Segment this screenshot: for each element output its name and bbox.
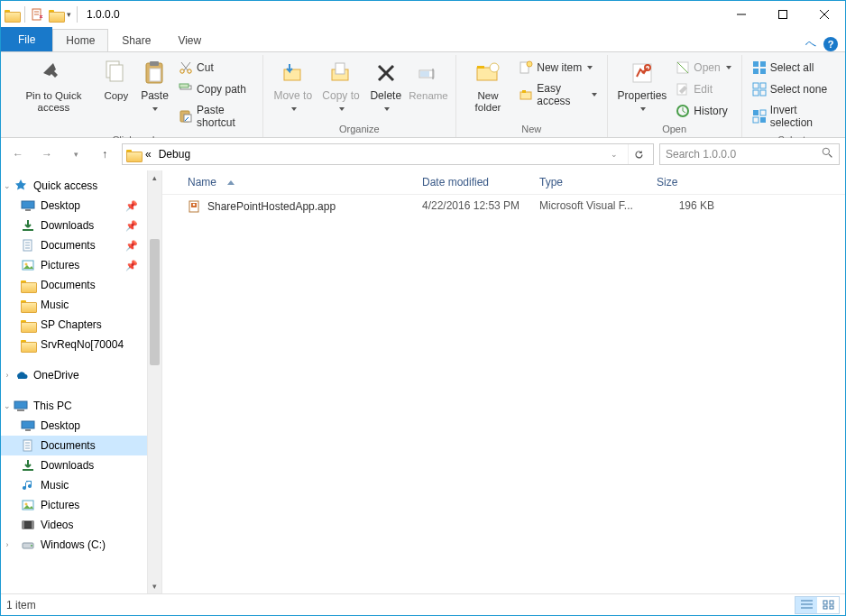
nav-quick-access[interactable]: ⌄Quick access bbox=[1, 176, 147, 196]
rename-button[interactable]: Rename bbox=[407, 55, 450, 105]
chevron-right-icon[interactable]: › bbox=[156, 163, 162, 165]
nav-qa-item[interactable]: Desktop📌 bbox=[1, 196, 147, 216]
pictures-icon bbox=[21, 498, 35, 512]
cut-button[interactable]: Cut bbox=[174, 57, 257, 78]
new-item-icon bbox=[519, 60, 533, 75]
address-dropdown-icon[interactable]: ⌄ bbox=[602, 143, 626, 165]
svg-rect-46 bbox=[760, 110, 766, 115]
nav-scrollbar[interactable]: ▴ ▾ bbox=[147, 170, 161, 593]
refresh-button[interactable] bbox=[628, 144, 649, 164]
qat-dropdown-icon[interactable]: ▾ bbox=[67, 10, 71, 19]
nav-pc-item[interactable]: Desktop bbox=[1, 416, 147, 436]
paste-shortcut-button[interactable]: Paste shortcut bbox=[174, 100, 257, 133]
scroll-up-icon[interactable]: ▴ bbox=[148, 170, 161, 185]
tab-home[interactable]: Home bbox=[52, 29, 108, 51]
paste-button[interactable]: Paste bbox=[135, 55, 174, 116]
ribbon-group-open: Properties Open Edit History bbox=[608, 55, 742, 137]
column-header-type[interactable]: Type bbox=[532, 174, 649, 190]
file-name: SharePointHostedApp.app bbox=[207, 200, 336, 213]
scroll-down-icon[interactable]: ▾ bbox=[148, 579, 161, 593]
column-header-name[interactable]: Name bbox=[180, 174, 415, 190]
icons-view-button[interactable] bbox=[817, 597, 839, 613]
expand-icon[interactable]: › bbox=[3, 371, 12, 380]
address-bar[interactable]: « SharePointHostedApp›bin›Debug›app.publ… bbox=[122, 143, 654, 165]
column-header-size[interactable]: Size bbox=[649, 174, 722, 190]
open-button[interactable]: Open bbox=[671, 57, 735, 78]
nav-label: SrvReqNo[70004 bbox=[41, 338, 124, 351]
search-input[interactable]: Search 1.0.0.0 bbox=[659, 143, 840, 165]
scroll-thumb[interactable] bbox=[150, 239, 160, 365]
invert-selection-button[interactable]: Invert selection bbox=[748, 100, 836, 133]
nav-qa-item[interactable]: Documents📌 bbox=[1, 235, 147, 255]
search-icon[interactable] bbox=[822, 147, 833, 161]
help-icon[interactable]: ? bbox=[823, 37, 838, 51]
select-none-button[interactable]: Select none bbox=[748, 78, 836, 100]
qat-properties-icon[interactable] bbox=[31, 7, 45, 22]
pin-to-quick-access-button[interactable]: Pin to Quick access bbox=[10, 55, 97, 116]
nav-label: Music bbox=[41, 299, 69, 311]
folder-icon bbox=[21, 317, 35, 332]
column-header-date[interactable]: Date modified bbox=[415, 174, 532, 190]
svg-rect-44 bbox=[760, 90, 766, 96]
svg-rect-39 bbox=[753, 69, 759, 74]
forward-button[interactable]: → bbox=[35, 143, 59, 166]
back-button[interactable]: ← bbox=[6, 143, 30, 166]
edit-icon bbox=[676, 82, 690, 97]
nav-this-pc[interactable]: ⌄This PC bbox=[1, 396, 147, 416]
select-all-button[interactable]: Select all bbox=[748, 57, 836, 78]
history-button[interactable]: History bbox=[671, 100, 735, 122]
nav-pc-item[interactable]: Documents bbox=[1, 436, 147, 455]
expand-icon[interactable]: ⌄ bbox=[3, 401, 12, 410]
nav-qa-item[interactable]: Pictures📌 bbox=[1, 255, 147, 275]
expand-icon[interactable]: › bbox=[3, 540, 12, 549]
svg-rect-38 bbox=[760, 61, 766, 67]
move-to-button[interactable]: Move to bbox=[269, 55, 317, 116]
copy-button[interactable]: Copy bbox=[97, 55, 135, 105]
maximize-button[interactable] bbox=[762, 1, 804, 28]
copy-path-icon bbox=[179, 82, 193, 97]
svg-rect-60 bbox=[25, 429, 31, 431]
up-button[interactable]: ↑ bbox=[93, 143, 116, 166]
tab-share[interactable]: Share bbox=[108, 29, 164, 51]
breadcrumb-item[interactable]: Debug bbox=[156, 148, 269, 161]
svg-rect-41 bbox=[753, 83, 759, 88]
nav-qa-item[interactable]: Downloads📌 bbox=[1, 216, 147, 235]
nav-qa-item[interactable]: SP Chapters bbox=[1, 315, 147, 335]
nav-pc-item[interactable]: Downloads bbox=[1, 455, 147, 475]
nav-pc-item[interactable]: Music bbox=[1, 475, 147, 495]
breadcrumb-overflow[interactable]: « bbox=[143, 148, 154, 161]
qat-folder-icon[interactable] bbox=[49, 7, 63, 22]
nav-pc-item[interactable]: Pictures bbox=[1, 495, 147, 515]
nav-pc-item[interactable]: ›Windows (C:) bbox=[1, 535, 147, 555]
nav-label: OneDrive bbox=[33, 369, 79, 382]
nav-qa-item[interactable]: Documents bbox=[1, 275, 147, 295]
expand-icon[interactable]: ⌄ bbox=[3, 181, 12, 190]
svg-rect-24 bbox=[420, 71, 429, 77]
delete-button[interactable]: Delete bbox=[364, 55, 407, 116]
nav-qa-item[interactable]: SrvReqNo[70004 bbox=[1, 335, 147, 354]
edit-button[interactable]: Edit bbox=[671, 78, 735, 100]
new-item-button[interactable]: New item bbox=[514, 57, 601, 78]
nav-label: Music bbox=[41, 479, 69, 492]
nav-onedrive[interactable]: ›OneDrive bbox=[1, 365, 147, 385]
file-row[interactable]: SharePointHostedApp.app4/22/2016 12:53 P… bbox=[162, 195, 845, 218]
recent-button[interactable]: ▾ bbox=[64, 143, 87, 166]
file-size: 196 KB bbox=[649, 198, 722, 216]
close-button[interactable] bbox=[804, 1, 845, 28]
easy-access-button[interactable]: Easy access bbox=[514, 78, 601, 111]
minimize-button[interactable] bbox=[721, 1, 762, 28]
tab-file[interactable]: File bbox=[1, 27, 52, 51]
svg-rect-40 bbox=[760, 69, 766, 74]
nav-label: Desktop bbox=[41, 199, 80, 212]
new-folder-button[interactable]: New folder bbox=[462, 55, 514, 116]
copy-path-button[interactable]: Copy path bbox=[174, 78, 257, 100]
properties-button[interactable]: Properties bbox=[613, 55, 672, 116]
chevron-right-icon[interactable]: › bbox=[156, 143, 162, 147]
paste-shortcut-icon bbox=[179, 109, 193, 124]
nav-pc-item[interactable]: Videos bbox=[1, 515, 147, 535]
details-view-button[interactable] bbox=[795, 597, 817, 613]
nav-qa-item[interactable]: Music bbox=[1, 295, 147, 315]
ribbon-collapse-icon[interactable]: へ bbox=[805, 36, 816, 51]
tab-view[interactable]: View bbox=[164, 29, 215, 51]
copy-to-button[interactable]: Copy to bbox=[317, 55, 365, 116]
